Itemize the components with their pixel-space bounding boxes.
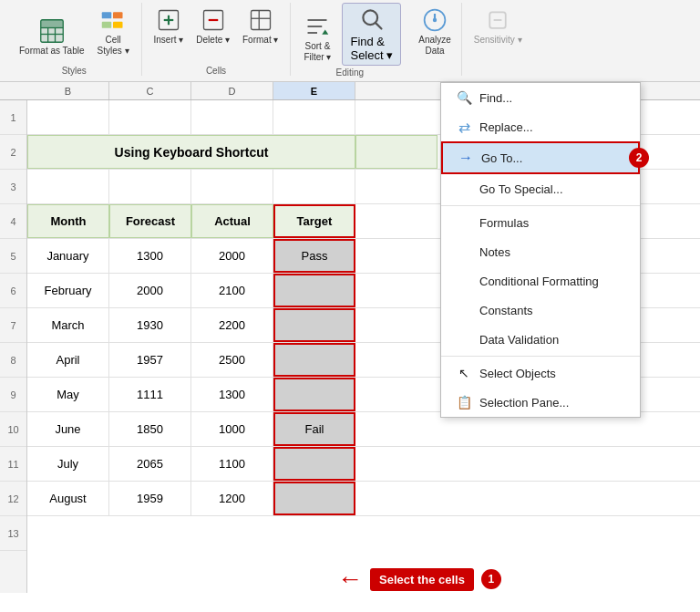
arrow-left-icon: ←	[337, 565, 363, 594]
svg-rect-7	[102, 12, 112, 18]
separator-1	[441, 205, 640, 206]
cell-c1[interactable]	[109, 100, 191, 134]
cell-forecast-aug[interactable]: 1959	[109, 482, 191, 515]
cells-label: Cells	[206, 66, 226, 76]
col-header-e[interactable]: E	[273, 82, 355, 99]
cell-month-jun[interactable]: June	[27, 412, 109, 446]
cell-target-mar[interactable]	[273, 308, 355, 342]
menu-select-objects[interactable]: ↖ Select Objects	[441, 358, 640, 388]
cell-target-jul[interactable]	[273, 447, 355, 481]
row-num-1: 1	[0, 100, 26, 135]
row-num-10: 10	[0, 412, 26, 447]
cell-b3[interactable]	[27, 170, 109, 203]
analyze-icon	[422, 7, 448, 33]
cell-forecast-jun[interactable]: 1850	[109, 412, 191, 446]
cell-actual-mar[interactable]: 2200	[191, 308, 273, 342]
cell-month-aug[interactable]: August	[27, 482, 109, 515]
cell-month-jul[interactable]: July	[27, 447, 109, 481]
cell-actual-jun[interactable]: 1000	[191, 412, 273, 446]
cell-actual-jan[interactable]: 2000	[191, 239, 273, 273]
menu-conditional-formatting[interactable]: Conditional Formatting	[441, 266, 640, 296]
menu-constants-label: Constants	[479, 304, 533, 317]
menu-formulas[interactable]: Formulas	[441, 208, 640, 237]
cell-b2[interactable]: Using Keyboard Shortcut	[27, 135, 355, 169]
menu-replace[interactable]: ⇄ Replace...	[441, 112, 640, 141]
cell-target-apr[interactable]	[273, 343, 355, 377]
analyze-data-button[interactable]: AnalyzeData	[414, 3, 456, 59]
cell-c3[interactable]	[109, 170, 191, 203]
header-forecast[interactable]: Forecast	[109, 204, 191, 238]
menu-selection-pane[interactable]: 📋 Selection Pane...	[441, 388, 640, 417]
format-button[interactable]: Format ▾	[238, 3, 283, 48]
cell-target-jun[interactable]: Fail	[273, 412, 355, 446]
header-actual[interactable]: Actual	[191, 204, 273, 238]
annotation-select-cells: ← Select the cells 1	[337, 565, 501, 594]
cell-actual-aug[interactable]: 1200	[191, 482, 273, 515]
cell-b1[interactable]	[27, 100, 109, 134]
menu-constants[interactable]: Constants	[441, 296, 640, 325]
menu-goto-label: Go To...	[481, 151, 522, 165]
format-as-table-button[interactable]: Format as Table	[15, 14, 89, 59]
cell-target-aug[interactable]	[273, 482, 355, 515]
menu-notes[interactable]: Notes	[441, 237, 640, 266]
svg-line-24	[376, 23, 381, 28]
cell-forecast-apr[interactable]: 1957	[109, 343, 191, 377]
select-objects-icon: ↖	[456, 365, 472, 381]
cell-styles-button[interactable]: CellStyles ▾	[93, 3, 134, 59]
cell-month-apr[interactable]: April	[27, 343, 109, 377]
separator-2	[441, 356, 640, 357]
menu-data-validation[interactable]: Data Validation	[441, 325, 640, 354]
table-row: July 2065 1100	[27, 447, 700, 482]
col-header-c[interactable]: C	[109, 82, 191, 99]
header-actual-text: Actual	[214, 214, 251, 228]
menu-goto[interactable]: → Go To... 2	[441, 141, 640, 174]
cell-target-feb[interactable]	[273, 274, 355, 307]
goto-icon: →	[458, 150, 474, 166]
delete-icon	[201, 7, 226, 33]
col-header-d[interactable]: D	[191, 82, 273, 99]
editing-group: Sort &Filter ▾ Find &Select ▾	[291, 3, 408, 76]
cell-d3[interactable]	[191, 170, 273, 203]
cell-forecast-feb[interactable]: 2000	[109, 274, 191, 307]
row-num-9: 9	[0, 378, 26, 412]
menu-find[interactable]: 🔍 Find...	[441, 83, 640, 112]
find-select-label: Find &Select ▾	[350, 35, 393, 62]
sort-filter-button[interactable]: Sort &Filter ▾	[298, 9, 336, 66]
cell-actual-feb[interactable]: 2100	[191, 274, 273, 307]
cell-actual-jul[interactable]: 1100	[191, 447, 273, 481]
cell-e2[interactable]	[355, 135, 438, 169]
cell-actual-apr[interactable]: 2500	[191, 343, 273, 377]
col-header-b[interactable]: B	[27, 82, 109, 99]
row-num-6: 6	[0, 274, 26, 308]
find-select-icon	[359, 6, 385, 32]
cell-forecast-jul[interactable]: 2065	[109, 447, 191, 481]
sensitivity-label: Sensitivity ▾	[474, 35, 522, 46]
cell-forecast-mar[interactable]: 1930	[109, 308, 191, 342]
menu-find-label: Find...	[479, 91, 512, 105]
editing-label: Editing	[336, 67, 365, 78]
sensitivity-icon	[485, 7, 510, 33]
header-target[interactable]: Target	[273, 204, 355, 238]
menu-goto-special[interactable]: Go To Special...	[441, 174, 640, 203]
header-month[interactable]: Month	[27, 204, 109, 238]
cell-month-mar[interactable]: March	[27, 308, 109, 342]
cell-actual-may[interactable]: 1300	[191, 378, 273, 411]
cell-month-jan[interactable]: January	[27, 239, 109, 273]
cell-month-may[interactable]: May	[27, 378, 109, 411]
select-cells-label: Select the cells	[370, 568, 474, 591]
find-select-button[interactable]: Find &Select ▾	[342, 3, 401, 66]
sort-icon	[304, 14, 330, 39]
cell-e3[interactable]	[273, 170, 355, 203]
cell-target-jan[interactable]: Pass	[273, 239, 355, 273]
insert-button[interactable]: Insert ▾	[149, 3, 189, 48]
sensitivity-group: Sensitivity ▾	[462, 3, 534, 76]
delete-button[interactable]: Delete ▾	[191, 3, 234, 48]
sensitivity-button: Sensitivity ▾	[469, 3, 527, 48]
cell-d1[interactable]	[191, 100, 273, 134]
cell-e1[interactable]	[273, 100, 355, 134]
format-label: Format ▾	[242, 35, 278, 46]
cell-month-feb[interactable]: February	[27, 274, 109, 307]
cell-forecast-may[interactable]: 1111	[109, 378, 191, 411]
cell-target-may[interactable]	[273, 378, 355, 411]
cell-forecast-jan[interactable]: 1300	[109, 239, 191, 273]
